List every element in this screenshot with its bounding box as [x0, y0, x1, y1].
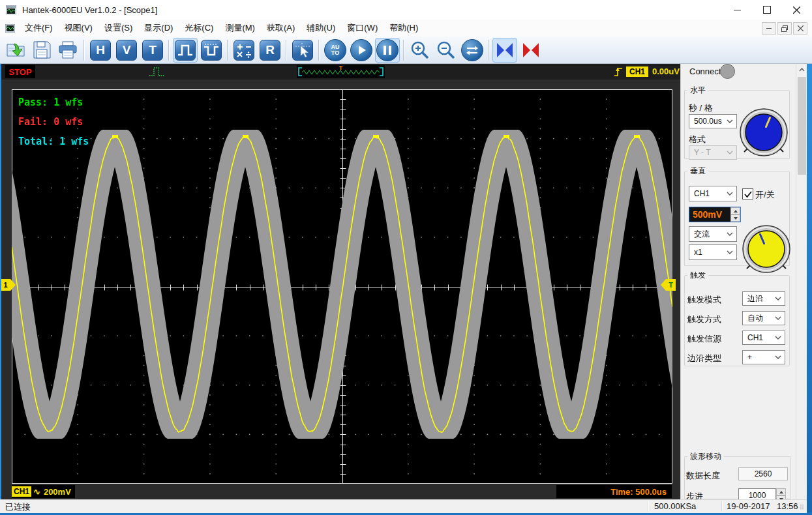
up-arrow-icon	[734, 210, 738, 213]
run-button[interactable]	[349, 38, 374, 63]
format-select[interactable]: Y - T	[689, 145, 737, 160]
factory-setup-button[interactable]	[519, 38, 543, 63]
menu-acquire[interactable]: 获取(A)	[261, 20, 301, 37]
window-edge-left	[0, 64, 1, 515]
trigger-source-select[interactable]: CH1	[742, 331, 785, 345]
window-edge-right	[807, 64, 812, 515]
waveform-preview[interactable]: T	[297, 65, 385, 78]
timebase-select[interactable]: 500.0us	[689, 114, 737, 128]
self-calibration-button[interactable]	[492, 38, 517, 63]
maximize-icon	[763, 6, 771, 14]
scope-canvas	[12, 89, 672, 484]
menu-view[interactable]: 视图(V)	[59, 20, 98, 37]
toolbar-separator	[318, 40, 320, 61]
resize-grip[interactable]: ⠿	[800, 504, 805, 511]
trigger-mode-select[interactable]: 边沿	[742, 291, 785, 306]
application-window: Hantek-6000EU Ver1.0.2 - [Scope1] 文件(F) …	[0, 0, 812, 515]
trigger-panel-button[interactable]: T	[140, 38, 165, 63]
waveform-record-button[interactable]	[199, 38, 224, 63]
zoom-out-icon	[436, 40, 456, 60]
format-label: 格式	[689, 134, 706, 145]
scroll-up-button[interactable]	[796, 64, 807, 75]
trigger-sweep-select[interactable]: 自动	[742, 311, 785, 325]
probe-select[interactable]: x1	[689, 244, 737, 260]
panel-scrollbar[interactable]	[796, 64, 807, 512]
pass-fail-button[interactable]	[173, 38, 198, 63]
toolbar-separator	[227, 40, 228, 61]
step-up-button[interactable]	[776, 488, 786, 495]
vertical-knob[interactable]	[741, 224, 792, 274]
menu-utility[interactable]: 辅助(U)	[301, 20, 341, 37]
chevron-down-icon	[727, 119, 733, 123]
edge-type-label: 边沿类型	[687, 353, 721, 364]
mdi-close-button[interactable]	[793, 22, 807, 35]
scrollbar-thumb[interactable]	[798, 77, 806, 175]
chevron-down-icon	[775, 297, 781, 301]
toolbar: H V T	[0, 37, 812, 64]
zoom-in-button[interactable]	[408, 38, 432, 63]
mdi-minimize-button[interactable]	[762, 22, 776, 35]
refresh-swap-button[interactable]	[460, 38, 485, 63]
menu-settings[interactable]: 设置(S)	[98, 20, 138, 37]
channel-on-off-checkbox[interactable]	[742, 188, 753, 199]
save-floppy-icon	[33, 41, 51, 59]
autoset-button[interactable]: AU TO	[323, 38, 348, 63]
mdi-window-controls	[760, 22, 807, 35]
menu-measure[interactable]: 测量(M)	[219, 20, 261, 37]
trigger-group: 触发 触发模式 边沿 触发方式 自动 触发信源 CH1 边沿类型 +	[684, 270, 790, 366]
toolbar-separator	[168, 40, 170, 61]
auto-icon-text-bottom: TO	[331, 50, 339, 56]
channel1-position-marker[interactable]: 1	[1, 279, 10, 291]
volts-per-div-spinner[interactable]: 500mV	[689, 207, 741, 222]
mdi-minimize-icon	[766, 28, 772, 29]
minimize-button[interactable]	[723, 0, 752, 20]
menu-display[interactable]: 显示(D)	[138, 20, 179, 37]
mdi-close-icon	[798, 25, 804, 31]
zoom-out-button[interactable]	[434, 38, 459, 63]
print-button[interactable]	[55, 38, 80, 63]
trigger-level-marker[interactable]: T	[666, 279, 676, 291]
maximize-button[interactable]	[752, 0, 781, 20]
pause-button[interactable]	[375, 38, 400, 63]
menu-help[interactable]: 帮助(H)	[383, 20, 424, 37]
trigger-mode-label: 触发模式	[687, 294, 721, 306]
close-icon	[793, 7, 800, 14]
scope-document-icon	[5, 24, 15, 33]
trigger-sweep-value: 自动	[747, 313, 763, 324]
spin-down-button[interactable]	[730, 214, 740, 222]
save-button[interactable]	[29, 38, 54, 63]
acquisition-status-strip: STOP T CH1 0.00uV	[0, 64, 680, 80]
trigger-channel-badge: CH1	[626, 66, 648, 77]
channel-select[interactable]: CH1	[689, 186, 737, 201]
coupling-select[interactable]: 交流	[689, 226, 737, 242]
edge-type-select[interactable]: +	[742, 350, 785, 364]
red-bowtie-icon	[521, 41, 541, 59]
menu-window[interactable]: 窗口(W)	[341, 20, 383, 37]
spin-up-button[interactable]	[730, 207, 740, 214]
r-letter-icon: R	[260, 40, 280, 61]
menu-file[interactable]: 文件(F)	[19, 20, 59, 37]
waveform-move-title: 波形移动	[687, 451, 724, 462]
menu-cursor[interactable]: 光标(C)	[179, 20, 219, 37]
mdi-restore-icon	[781, 25, 788, 32]
vertical-panel-button[interactable]: V	[114, 38, 139, 63]
chevron-down-icon	[775, 336, 781, 340]
coupling-value: 交流	[694, 229, 710, 240]
fail-count: Fail: 0 wfs	[18, 112, 89, 132]
check-icon	[744, 190, 752, 198]
horizontal-panel-button[interactable]: H	[88, 38, 113, 63]
chevron-down-icon	[727, 192, 733, 196]
probe-value: x1	[694, 248, 702, 257]
status-date: 19-09-2017	[727, 501, 770, 511]
reference-button[interactable]: R	[258, 38, 282, 63]
math-button[interactable]	[232, 38, 256, 63]
channel-info-bar: CH1 ∿ 200mV	[12, 485, 75, 498]
pause-icon	[376, 39, 398, 61]
window-title: Hantek-6000EU Ver1.0.2 - [Scope1]	[22, 5, 157, 15]
horizontal-knob[interactable]	[738, 106, 789, 158]
trigger-level-value: 0.00uV	[652, 66, 680, 76]
cursor-measure-button[interactable]	[290, 38, 315, 63]
mdi-restore-button[interactable]	[777, 22, 792, 35]
load-waveform-button[interactable]	[3, 38, 28, 63]
close-button[interactable]	[781, 0, 812, 20]
